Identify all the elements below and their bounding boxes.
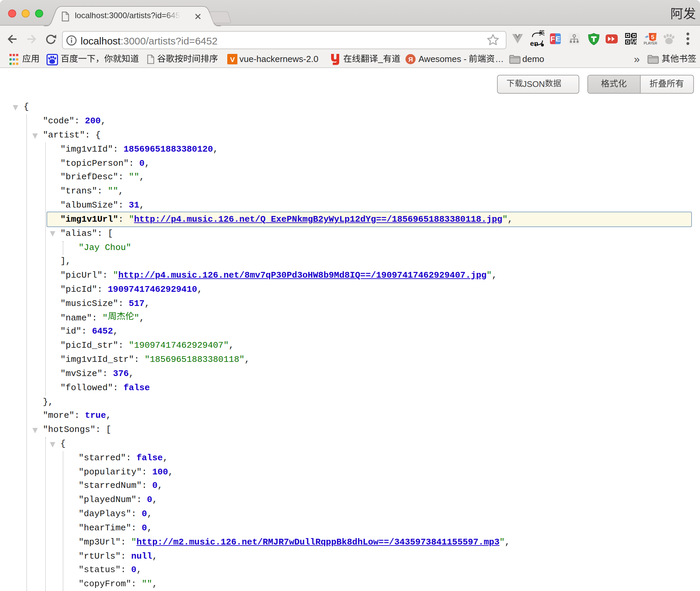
svg-text:F: F	[550, 35, 555, 43]
svg-text:V: V	[230, 56, 234, 63]
svg-text:E: E	[555, 35, 560, 43]
svg-text:Я: Я	[408, 56, 413, 63]
svg-text:5: 5	[651, 34, 654, 40]
svg-text:PLAYER: PLAYER	[644, 41, 658, 45]
